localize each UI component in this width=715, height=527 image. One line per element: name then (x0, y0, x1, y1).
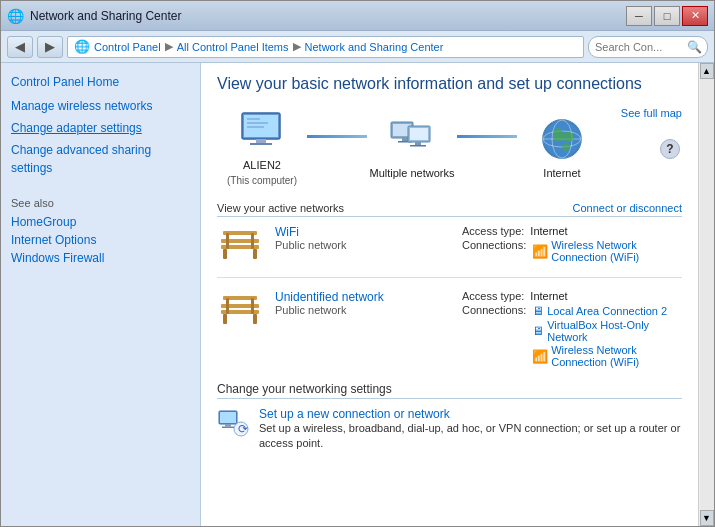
wifi-info: WiFi Public network (275, 225, 452, 251)
network-node-multiple: Multiple networks (367, 115, 457, 179)
wifi-details: Access type: Internet Connections: 📶 Wir… (462, 225, 682, 265)
see-full-map-link[interactable]: See full map (621, 107, 682, 119)
svg-point-22 (562, 143, 570, 151)
search-icon[interactable]: 🔍 (687, 40, 702, 54)
scroll-down-button[interactable]: ▼ (700, 510, 714, 526)
connect-disconnect-link[interactable]: Connect or disconnect (573, 202, 682, 214)
scrollbar[interactable]: ▲ ▼ (698, 63, 714, 526)
svg-rect-26 (223, 249, 227, 259)
sidebar-item-internet-options[interactable]: Internet Options (11, 231, 190, 249)
network-node-computer: ALIEN2 (This computer) (217, 107, 307, 186)
svg-point-20 (553, 128, 563, 142)
svg-point-21 (562, 132, 574, 142)
unid-connection-link-1[interactable]: 🖥 Local Area Connection 2 (532, 304, 682, 318)
computer-icon (238, 107, 286, 155)
svg-rect-27 (253, 249, 257, 259)
svg-rect-34 (253, 314, 257, 324)
svg-rect-9 (402, 138, 408, 141)
svg-rect-2 (256, 139, 266, 143)
unidentified-name[interactable]: Unidentified network (275, 290, 452, 304)
wifi-signal-icon: 📶 (532, 244, 548, 259)
unid-connections-label: Connections: (462, 304, 526, 316)
wifi-access-value: Internet (530, 225, 567, 237)
breadcrumb-all-items[interactable]: All Control Panel Items (177, 41, 289, 53)
settings-item-new-connection: ⟳ Set up a new connection or network Set… (217, 407, 682, 452)
see-also-title: See also (11, 197, 190, 209)
sidebar-item-windows-firewall[interactable]: Windows Firewall (11, 249, 190, 267)
unidentified-info: Unidentified network Public network (275, 290, 452, 316)
window-icon: 🌐 (7, 8, 24, 24)
breadcrumb-control-panel[interactable]: Control Panel (94, 41, 161, 53)
wifi-signal-icon-2: 📶 (532, 349, 548, 364)
wifi-connections-block: 📶 Wireless Network Connection (WiFi) (532, 239, 682, 263)
internet-label: Internet (543, 167, 580, 179)
settings-title: Change your networking settings (217, 382, 682, 399)
breadcrumb-current[interactable]: Network and Sharing Center (305, 41, 444, 53)
svg-rect-33 (223, 314, 227, 324)
back-button[interactable]: ◀ (7, 36, 33, 58)
svg-rect-3 (250, 143, 272, 145)
unid-connections-block: 🖥 Local Area Connection 2 🖥 VirtualBox H… (532, 304, 682, 368)
close-button[interactable]: ✕ (682, 6, 708, 26)
svg-rect-28 (226, 233, 229, 249)
title-bar: 🌐 Network and Sharing Center ─ □ ✕ (1, 1, 714, 31)
wifi-connection-link-1[interactable]: 📶 Wireless Network Connection (WiFi) (532, 239, 682, 263)
sidebar-item-manage-wireless[interactable]: Manage wireless networks (11, 97, 190, 115)
maximize-button[interactable]: □ (654, 6, 680, 26)
unidentified-details: Access type: Internet Connections: 🖥 Loc… (462, 290, 682, 370)
see-also-section: See also HomeGroup Internet Options Wind… (11, 197, 190, 267)
new-connection-link[interactable]: Set up a new connection or network (259, 407, 450, 421)
unid-connection-link-3[interactable]: 📶 Wireless Network Connection (WiFi) (532, 344, 682, 368)
wifi-connections-row: Connections: 📶 Wireless Network Connecti… (462, 239, 682, 263)
unid-connection-link-2[interactable]: 🖥 VirtualBox Host-Only Network (532, 319, 682, 343)
unidentified-bench-icon (217, 290, 265, 330)
forward-button[interactable]: ▶ (37, 36, 63, 58)
multiple-networks-icon (388, 115, 436, 163)
settings-text: Set up a new connection or network Set u… (259, 407, 682, 452)
svg-rect-39 (225, 424, 231, 427)
svg-rect-40 (222, 427, 234, 429)
new-connection-icon: ⟳ (217, 407, 249, 439)
svg-rect-36 (251, 298, 254, 314)
svg-rect-14 (410, 145, 426, 147)
new-connection-desc: Set up a wireless, broadband, dial-up, a… (259, 421, 682, 452)
sidebar-item-homegroup[interactable]: HomeGroup (11, 213, 190, 231)
minimize-button[interactable]: ─ (626, 6, 652, 26)
svg-rect-13 (415, 142, 421, 145)
lan-icon-2: 🖥 (532, 324, 544, 338)
unid-connection-label-2: VirtualBox Host-Only Network (547, 319, 682, 343)
address-bar: ◀ ▶ 🌐 Control Panel ▶ All Control Panel … (1, 31, 714, 63)
content-area: ? View your basic network information an… (201, 63, 698, 526)
wifi-connection-label-1: Wireless Network Connection (WiFi) (551, 239, 682, 263)
title-bar-left: 🌐 Network and Sharing Center (7, 8, 181, 24)
sidebar-item-change-advanced[interactable]: Change advanced sharing settings (11, 141, 190, 177)
unidentified-type: Public network (275, 304, 452, 316)
window-title: Network and Sharing Center (30, 9, 181, 23)
sidebar-item-change-adapter[interactable]: Change adapter settings (11, 119, 190, 137)
svg-rect-38 (220, 412, 236, 423)
wifi-connections-label: Connections: (462, 239, 526, 251)
sidebar-home-link[interactable]: Control Panel Home (11, 75, 190, 89)
unid-access-row: Access type: Internet (462, 290, 682, 302)
breadcrumb-bar: 🌐 Control Panel ▶ All Control Panel Item… (67, 36, 584, 58)
breadcrumb-icon: 🌐 (74, 39, 90, 54)
wifi-name[interactable]: WiFi (275, 225, 452, 239)
unid-access-label: Access type: (462, 290, 524, 302)
main-window: 🌐 Network and Sharing Center ─ □ ✕ ◀ ▶ 🌐… (0, 0, 715, 527)
network-map: ALIEN2 (This computer) (217, 107, 682, 186)
active-networks-label: View your active networks (217, 202, 344, 214)
page-title: View your basic network information and … (217, 75, 682, 93)
settings-section: Change your networking settings ⟳ (217, 382, 682, 452)
network-divider (217, 277, 682, 278)
computer-sublabel: (This computer) (227, 175, 297, 186)
sidebar: Control Panel Home Manage wireless netwo… (1, 63, 201, 526)
unid-connection-label-1: Local Area Connection 2 (547, 305, 667, 317)
wifi-type: Public network (275, 239, 452, 251)
wifi-access-row: Access type: Internet (462, 225, 682, 237)
connector-1 (307, 135, 367, 138)
svg-rect-29 (251, 233, 254, 249)
wifi-bench-icon (217, 225, 265, 265)
unidentified-network-row: Unidentified network Public network Acce… (217, 290, 682, 370)
lan-icon-1: 🖥 (532, 304, 544, 318)
scroll-up-button[interactable]: ▲ (700, 63, 714, 79)
